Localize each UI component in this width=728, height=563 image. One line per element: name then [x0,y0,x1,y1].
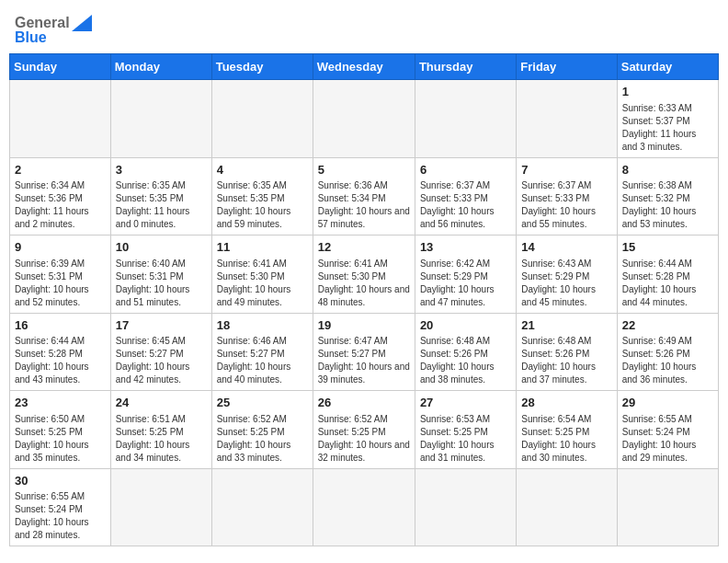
day-number: 30 [15,473,106,489]
calendar-wrapper: Sunday Monday Tuesday Wednesday Thursday… [0,53,728,556]
calendar-header-row: Sunday Monday Tuesday Wednesday Thursday… [10,54,719,80]
day-number: 21 [521,317,611,334]
col-thursday: Thursday [415,54,516,80]
table-row: 13Sunrise: 6:42 AM Sunset: 5:29 PM Dayli… [415,236,516,314]
day-number: 1 [622,84,713,100]
day-info: Sunrise: 6:41 AM Sunset: 5:30 PM Dayligh… [318,258,410,309]
table-row: 27Sunrise: 6:53 AM Sunset: 5:25 PM Dayli… [415,391,516,469]
day-number: 28 [521,395,611,411]
table-row: 2Sunrise: 6:34 AM Sunset: 5:36 PM Daylig… [10,157,111,236]
table-row [211,468,313,546]
table-row: 3Sunrise: 6:35 AM Sunset: 5:35 PM Daylig… [110,157,211,236]
day-number: 17 [116,317,207,334]
day-info: Sunrise: 6:37 AM Sunset: 5:33 PM Dayligh… [420,179,511,231]
table-row: 23Sunrise: 6:50 AM Sunset: 5:25 PM Dayli… [10,391,111,469]
calendar-week-row: 9Sunrise: 6:39 AM Sunset: 5:31 PM Daylig… [10,236,719,314]
logo-triangle-icon [72,15,92,31]
table-row [617,468,718,546]
table-row: 11Sunrise: 6:41 AM Sunset: 5:30 PM Dayli… [211,236,313,314]
day-info: Sunrise: 6:49 AM Sunset: 5:26 PM Dayligh… [622,335,713,386]
day-info: Sunrise: 6:48 AM Sunset: 5:26 PM Dayligh… [420,335,511,386]
calendar-week-row: 2Sunrise: 6:34 AM Sunset: 5:36 PM Daylig… [10,157,719,236]
day-info: Sunrise: 6:52 AM Sunset: 5:25 PM Dayligh… [318,413,410,465]
table-row [415,80,516,158]
table-row [313,468,415,546]
day-info: Sunrise: 6:55 AM Sunset: 5:24 PM Dayligh… [15,490,106,542]
day-info: Sunrise: 6:37 AM Sunset: 5:33 PM Dayligh… [521,179,611,231]
day-number: 8 [622,162,713,178]
day-info: Sunrise: 6:33 AM Sunset: 5:37 PM Dayligh… [622,102,713,154]
day-number: 13 [420,239,511,256]
day-number: 18 [217,317,308,334]
table-row: 22Sunrise: 6:49 AM Sunset: 5:26 PM Dayli… [617,313,718,391]
calendar-week-row: 16Sunrise: 6:44 AM Sunset: 5:28 PM Dayli… [10,313,719,391]
day-info: Sunrise: 6:40 AM Sunset: 5:31 PM Dayligh… [116,258,207,309]
table-row: 1Sunrise: 6:33 AM Sunset: 5:37 PM Daylig… [617,80,718,158]
logo: General Blue [15,15,92,46]
day-number: 9 [15,239,106,256]
table-row: 29Sunrise: 6:55 AM Sunset: 5:24 PM Dayli… [617,391,718,469]
day-number: 27 [420,395,511,411]
logo-blue: Blue [15,29,47,46]
header: General Blue [0,0,728,53]
day-info: Sunrise: 6:45 AM Sunset: 5:27 PM Dayligh… [116,335,207,386]
table-row: 12Sunrise: 6:41 AM Sunset: 5:30 PM Dayli… [313,236,415,314]
table-row: 8Sunrise: 6:38 AM Sunset: 5:32 PM Daylig… [617,157,718,236]
col-friday: Friday [517,54,617,80]
day-number: 14 [521,239,611,256]
day-info: Sunrise: 6:44 AM Sunset: 5:28 PM Dayligh… [622,258,713,309]
table-row: 7Sunrise: 6:37 AM Sunset: 5:33 PM Daylig… [517,157,617,236]
day-number: 25 [217,395,308,411]
table-row: 9Sunrise: 6:39 AM Sunset: 5:31 PM Daylig… [10,236,111,314]
day-number: 22 [622,317,713,334]
day-info: Sunrise: 6:54 AM Sunset: 5:25 PM Dayligh… [521,413,611,465]
day-info: Sunrise: 6:38 AM Sunset: 5:32 PM Dayligh… [622,179,713,231]
col-tuesday: Tuesday [211,54,313,80]
day-info: Sunrise: 6:50 AM Sunset: 5:25 PM Dayligh… [15,413,106,465]
day-info: Sunrise: 6:34 AM Sunset: 5:36 PM Dayligh… [15,179,106,231]
table-row [211,80,313,158]
day-info: Sunrise: 6:48 AM Sunset: 5:26 PM Dayligh… [521,335,611,386]
day-number: 15 [622,239,713,256]
table-row [517,80,617,158]
day-info: Sunrise: 6:41 AM Sunset: 5:30 PM Dayligh… [217,258,308,309]
day-info: Sunrise: 6:55 AM Sunset: 5:24 PM Dayligh… [622,413,713,465]
table-row: 10Sunrise: 6:40 AM Sunset: 5:31 PM Dayli… [110,236,211,314]
table-row: 30Sunrise: 6:55 AM Sunset: 5:24 PM Dayli… [10,468,111,546]
table-row: 17Sunrise: 6:45 AM Sunset: 5:27 PM Dayli… [110,313,211,391]
day-number: 12 [318,239,410,256]
day-info: Sunrise: 6:36 AM Sunset: 5:34 PM Dayligh… [318,179,410,231]
day-number: 29 [622,395,713,411]
table-row [415,468,516,546]
svg-marker-0 [72,15,92,31]
day-number: 20 [420,317,511,334]
table-row: 26Sunrise: 6:52 AM Sunset: 5:25 PM Dayli… [313,391,415,469]
col-wednesday: Wednesday [313,54,415,80]
day-info: Sunrise: 6:35 AM Sunset: 5:35 PM Dayligh… [217,179,308,231]
table-row [10,80,111,158]
col-saturday: Saturday [617,54,718,80]
calendar-week-row: 1Sunrise: 6:33 AM Sunset: 5:37 PM Daylig… [10,80,719,158]
day-number: 24 [116,395,207,411]
table-row [110,468,211,546]
table-row: 24Sunrise: 6:51 AM Sunset: 5:25 PM Dayli… [110,391,211,469]
table-row: 25Sunrise: 6:52 AM Sunset: 5:25 PM Dayli… [211,391,313,469]
table-row: 4Sunrise: 6:35 AM Sunset: 5:35 PM Daylig… [211,157,313,236]
page: General Blue Sunday Monday Tuesday Wedne… [0,0,728,563]
calendar-week-row: 30Sunrise: 6:55 AM Sunset: 5:24 PM Dayli… [10,468,719,546]
day-number: 3 [116,162,207,178]
table-row [110,80,211,158]
calendar-table: Sunday Monday Tuesday Wednesday Thursday… [9,53,719,546]
day-info: Sunrise: 6:35 AM Sunset: 5:35 PM Dayligh… [116,179,207,231]
day-info: Sunrise: 6:43 AM Sunset: 5:29 PM Dayligh… [521,258,611,309]
table-row: 16Sunrise: 6:44 AM Sunset: 5:28 PM Dayli… [10,313,111,391]
col-monday: Monday [110,54,211,80]
day-info: Sunrise: 6:53 AM Sunset: 5:25 PM Dayligh… [420,413,511,465]
day-number: 26 [318,395,410,411]
day-number: 4 [217,162,308,178]
day-info: Sunrise: 6:47 AM Sunset: 5:27 PM Dayligh… [318,335,410,386]
day-number: 7 [521,162,611,178]
day-info: Sunrise: 6:42 AM Sunset: 5:29 PM Dayligh… [420,258,511,309]
table-row: 20Sunrise: 6:48 AM Sunset: 5:26 PM Dayli… [415,313,516,391]
day-number: 19 [318,317,410,334]
